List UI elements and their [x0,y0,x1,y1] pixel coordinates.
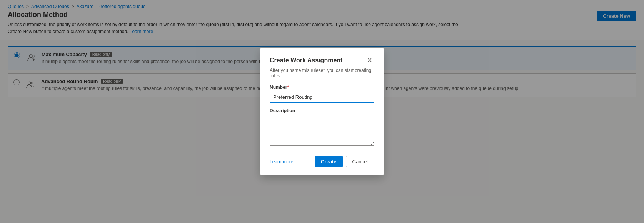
modal-close-button[interactable]: ✕ [365,56,374,65]
description-field-group: Description [270,108,374,147]
modal-header: Create Work Assignment ✕ [270,56,374,65]
create-button[interactable]: Create [315,156,342,167]
modal-dialog: Create Work Assignment ✕ After you name … [260,48,384,175]
number-label: Number* [270,85,374,90]
number-field-group: Number* [270,85,374,103]
modal-overlay: Create Work Assignment ✕ After you name … [0,0,644,223]
modal-subtitle: After you name this ruleset, you can sta… [270,68,374,78]
modal-title: Create Work Assignment [270,57,342,64]
modal-learn-more[interactable]: Learn more [270,159,293,165]
page-wrapper: Queues > Advanced Queues > Axazure - Pre… [0,0,644,223]
modal-footer: Learn more Create Cancel [270,156,374,167]
description-label: Description [270,108,374,113]
description-textarea[interactable] [270,115,374,146]
modal-footer-left: Learn more [270,159,293,165]
number-input[interactable] [270,92,374,103]
cancel-button[interactable]: Cancel [346,156,374,167]
modal-footer-right: Create Cancel [315,156,374,167]
